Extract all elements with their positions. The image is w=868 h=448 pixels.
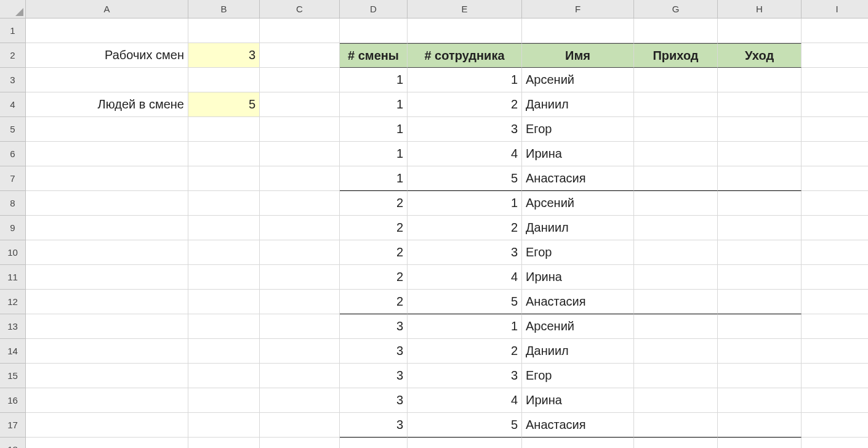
column-header-E[interactable]: E xyxy=(408,0,522,18)
cell-C2[interactable] xyxy=(260,43,340,68)
cell-A1[interactable] xyxy=(26,18,188,43)
cell-B13[interactable] xyxy=(188,314,260,339)
cell-A6[interactable] xyxy=(26,142,188,166)
table-header-departure[interactable]: Уход xyxy=(718,43,802,68)
cell-emp[interactable]: 2 xyxy=(408,92,522,117)
row-header-3[interactable]: 3 xyxy=(0,68,26,92)
cell-A7[interactable] xyxy=(26,166,188,191)
cell-emp[interactable]: 1 xyxy=(408,314,522,339)
cell-C15[interactable] xyxy=(260,364,340,388)
table-header-name[interactable]: Имя xyxy=(522,43,634,68)
cell-emp[interactable]: 1 xyxy=(408,191,522,216)
cell-emp[interactable]: 3 xyxy=(408,117,522,142)
cell-I5[interactable] xyxy=(802,117,868,142)
row-header-6[interactable]: 6 xyxy=(0,142,26,166)
cell-shift[interactable]: 2 xyxy=(340,290,408,314)
cell-emp[interactable]: 2 xyxy=(408,339,522,364)
cell-shift[interactable]: 3 xyxy=(340,314,408,339)
cell-B11[interactable] xyxy=(188,265,260,290)
cell-emp[interactable]: 4 xyxy=(408,265,522,290)
input-people-value[interactable]: 5 xyxy=(188,92,260,117)
cell-H18[interactable] xyxy=(718,438,802,448)
cell-A13[interactable] xyxy=(26,314,188,339)
spreadsheet-grid[interactable]: ABCDEFGHI12Рабочих смен3# смены# сотрудн… xyxy=(0,0,868,448)
cell-emp[interactable]: 2 xyxy=(408,216,522,240)
cell-departure[interactable] xyxy=(718,142,802,166)
cell-A5[interactable] xyxy=(26,117,188,142)
cell-A10[interactable] xyxy=(26,240,188,265)
cell-B17[interactable] xyxy=(188,413,260,438)
cell-A3[interactable] xyxy=(26,68,188,92)
cell-arrival[interactable] xyxy=(634,290,718,314)
cell-I18[interactable] xyxy=(802,438,868,448)
cell-C18[interactable] xyxy=(260,438,340,448)
cell-C8[interactable] xyxy=(260,191,340,216)
cell-B12[interactable] xyxy=(188,290,260,314)
cell-I4[interactable] xyxy=(802,92,868,117)
cell-arrival[interactable] xyxy=(634,314,718,339)
table-header-emp[interactable]: # сотрудника xyxy=(408,43,522,68)
cell-departure[interactable] xyxy=(718,314,802,339)
cell-emp[interactable]: 5 xyxy=(408,166,522,191)
cell-B3[interactable] xyxy=(188,68,260,92)
column-header-F[interactable]: F xyxy=(522,0,634,18)
cell-C5[interactable] xyxy=(260,117,340,142)
cell-C17[interactable] xyxy=(260,413,340,438)
cell-I15[interactable] xyxy=(802,364,868,388)
cell-B9[interactable] xyxy=(188,216,260,240)
cell-shift[interactable]: 3 xyxy=(340,364,408,388)
cell-F1[interactable] xyxy=(522,18,634,43)
cell-C16[interactable] xyxy=(260,388,340,413)
cell-I8[interactable] xyxy=(802,191,868,216)
cell-C13[interactable] xyxy=(260,314,340,339)
cell-G18[interactable] xyxy=(634,438,718,448)
cell-shift[interactable]: 2 xyxy=(340,216,408,240)
label-people[interactable]: Людей в смене xyxy=(26,92,188,117)
column-header-G[interactable]: G xyxy=(634,0,718,18)
cell-arrival[interactable] xyxy=(634,388,718,413)
cell-A14[interactable] xyxy=(26,339,188,364)
cell-emp[interactable]: 1 xyxy=(408,68,522,92)
cell-I12[interactable] xyxy=(802,290,868,314)
column-header-B[interactable]: B xyxy=(188,0,260,18)
cell-name[interactable]: Арсений xyxy=(522,314,634,339)
row-header-8[interactable]: 8 xyxy=(0,191,26,216)
column-header-H[interactable]: H xyxy=(718,0,802,18)
table-header-arrival[interactable]: Приход xyxy=(634,43,718,68)
cell-B8[interactable] xyxy=(188,191,260,216)
row-header-17[interactable]: 17 xyxy=(0,413,26,438)
cell-F18[interactable] xyxy=(522,438,634,448)
cell-A17[interactable] xyxy=(26,413,188,438)
cell-shift[interactable]: 2 xyxy=(340,191,408,216)
cell-A8[interactable] xyxy=(26,191,188,216)
cell-name[interactable]: Ирина xyxy=(522,388,634,413)
row-header-1[interactable]: 1 xyxy=(0,18,26,43)
cell-I1[interactable] xyxy=(802,18,868,43)
cell-C12[interactable] xyxy=(260,290,340,314)
cell-arrival[interactable] xyxy=(634,92,718,117)
cell-D1[interactable] xyxy=(340,18,408,43)
cell-I11[interactable] xyxy=(802,265,868,290)
cell-name[interactable]: Арсений xyxy=(522,191,634,216)
cell-C6[interactable] xyxy=(260,142,340,166)
cell-shift[interactable]: 1 xyxy=(340,117,408,142)
column-header-D[interactable]: D xyxy=(340,0,408,18)
cell-name[interactable]: Егор xyxy=(522,240,634,265)
cell-arrival[interactable] xyxy=(634,413,718,438)
table-header-shift[interactable]: # смены xyxy=(340,43,408,68)
cell-B7[interactable] xyxy=(188,166,260,191)
cell-emp[interactable]: 3 xyxy=(408,240,522,265)
cell-departure[interactable] xyxy=(718,388,802,413)
cell-A15[interactable] xyxy=(26,364,188,388)
cell-name[interactable]: Егор xyxy=(522,364,634,388)
cell-name[interactable]: Арсений xyxy=(522,68,634,92)
cell-arrival[interactable] xyxy=(634,191,718,216)
cell-shift[interactable]: 1 xyxy=(340,142,408,166)
cell-A16[interactable] xyxy=(26,388,188,413)
cell-departure[interactable] xyxy=(718,413,802,438)
cell-name[interactable]: Ирина xyxy=(522,142,634,166)
cell-D18[interactable] xyxy=(340,438,408,448)
cell-name[interactable]: Анастасия xyxy=(522,413,634,438)
cell-departure[interactable] xyxy=(718,68,802,92)
cell-A11[interactable] xyxy=(26,265,188,290)
